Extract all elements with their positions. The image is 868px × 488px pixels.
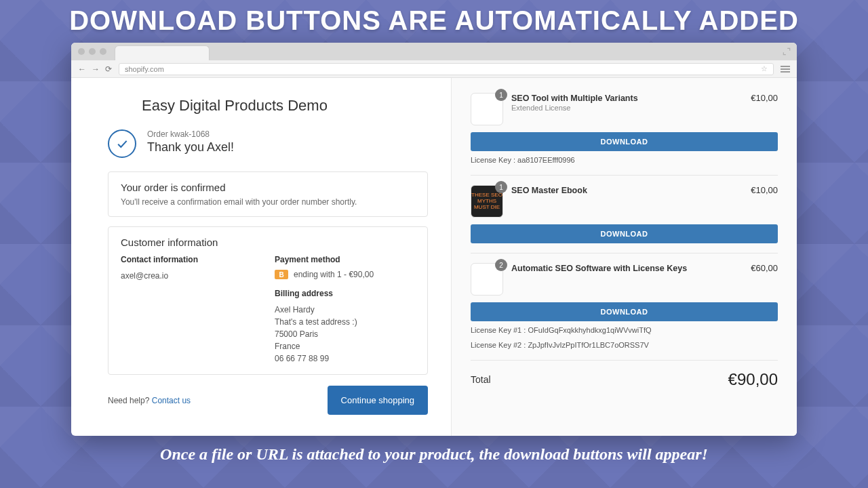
total-value: €90,00 <box>728 370 778 389</box>
thank-you-text: Thank you Axel! <box>147 140 234 155</box>
bookmark-star-icon[interactable]: ☆ <box>761 64 768 73</box>
license-key: License Key : aa8107EEfff0996 <box>471 155 778 165</box>
promo-footer: Once a file or URL is attached to your p… <box>160 445 708 464</box>
promo-headline: DOWNLOAD BUTTONS ARE AUTOMATICALLY ADDED <box>69 5 799 36</box>
window-controls[interactable] <box>78 48 106 55</box>
reload-icon[interactable]: ⟳ <box>105 64 112 74</box>
divider <box>471 175 778 176</box>
order-number: Order kwak-1068 <box>147 129 234 139</box>
checkmark-circle-icon <box>108 129 136 158</box>
checkout-main: Easy Digital Products Demo Order kwak-10… <box>71 78 451 436</box>
back-icon[interactable]: ← <box>78 64 86 74</box>
item-title: Automatic SEO Software with License Keys <box>511 263 743 274</box>
customer-info-card: Customer information Contact information… <box>108 226 428 375</box>
url-text: shopify.com <box>125 65 164 73</box>
browser-navbar: ← → ⟳ shopify.com ☆ <box>71 60 797 78</box>
total-label: Total <box>471 374 491 385</box>
browser-tabbar <box>71 43 797 60</box>
forward-icon[interactable]: → <box>92 64 100 74</box>
billing-address: Axel HardyThat's a test address :)75000 … <box>275 304 415 365</box>
quantity-badge: 1 <box>495 89 507 101</box>
payment-card-icon: B <box>275 270 288 279</box>
confirm-title: Your order is confirmed <box>121 182 415 193</box>
hamburger-menu-icon[interactable] <box>781 66 790 73</box>
divider <box>471 360 778 361</box>
item-price: €10,00 <box>751 185 778 195</box>
store-title: Easy Digital Products Demo <box>142 97 428 115</box>
expand-icon[interactable] <box>782 47 791 56</box>
quantity-badge: 1 <box>495 181 507 193</box>
payment-method-text: ending with 1 - €90,00 <box>294 270 374 279</box>
cart-item: 1 SEO Tool with Multiple Variants Extend… <box>471 93 778 165</box>
billing-address-label: Billing address <box>275 289 415 298</box>
browser-window: ← → ⟳ shopify.com ☆ Easy Digital Product… <box>71 43 797 436</box>
download-button[interactable]: DOWNLOAD <box>471 302 778 321</box>
customer-info-title: Customer information <box>121 237 415 248</box>
contact-email: axel@crea.io <box>121 270 261 282</box>
url-field[interactable]: shopify.com ☆ <box>119 63 774 75</box>
item-title: SEO Tool with Multiple Variants <box>511 93 743 104</box>
cart-item: 2 Automatic SEO Software with License Ke… <box>471 263 778 350</box>
help-text: Need help? Contact us <box>108 396 191 405</box>
contact-us-link[interactable]: Contact us <box>152 396 191 405</box>
divider <box>471 253 778 253</box>
browser-tab[interactable] <box>115 45 210 60</box>
confirm-subtitle: You'll receive a confirmation email with… <box>121 197 415 207</box>
item-price: €10,00 <box>751 93 778 103</box>
quantity-badge: 2 <box>495 259 507 271</box>
order-summary-panel: 1 SEO Tool with Multiple Variants Extend… <box>451 78 797 436</box>
cart-item: THESE SEO MYTHS MUST DIE 1 SEO Master Eb… <box>471 185 778 243</box>
license-key: License Key #2 : ZpJpfIvJvIzPpITfOr1LBC7… <box>471 340 778 350</box>
order-confirmed-card: Your order is confirmed You'll receive a… <box>108 171 428 217</box>
download-button[interactable]: DOWNLOAD <box>471 132 778 151</box>
item-price: €60,00 <box>751 263 778 273</box>
payment-method-label: Payment method <box>275 255 415 264</box>
download-button[interactable]: DOWNLOAD <box>471 224 778 243</box>
contact-info-label: Contact information <box>121 255 261 264</box>
item-variant: Extended License <box>511 104 743 112</box>
item-title: SEO Master Ebook <box>511 185 743 196</box>
continue-shopping-button[interactable]: Continue shopping <box>328 386 428 415</box>
license-key: License Key #1 : OFuIdGqFxqkkhyhdkxg1qiW… <box>471 325 778 336</box>
